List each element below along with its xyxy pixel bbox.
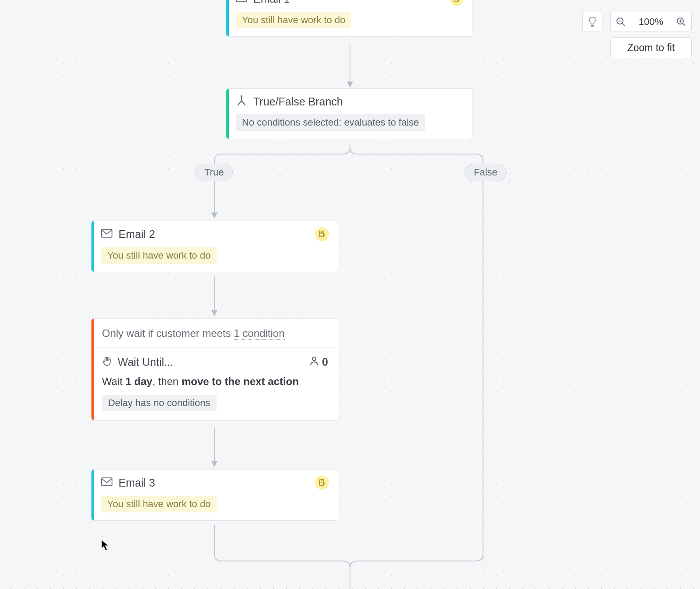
svg-rect-4 xyxy=(236,0,247,2)
zoom-control: 100% xyxy=(610,12,692,32)
note-edit-icon[interactable] xyxy=(315,476,329,490)
svg-line-25 xyxy=(623,24,625,26)
hints-toggle-button[interactable] xyxy=(582,12,602,32)
svg-point-13 xyxy=(312,357,316,361)
wait-desc-bold: 1 day xyxy=(126,375,152,387)
node-title: Email 1 xyxy=(253,0,290,5)
condition-link[interactable]: 1 condition xyxy=(234,327,284,340)
mail-icon xyxy=(101,229,112,239)
branch-label-false[interactable]: False xyxy=(465,164,507,181)
mail-icon xyxy=(236,0,247,4)
node-accent xyxy=(91,221,94,272)
zoom-level-display[interactable]: 100% xyxy=(631,12,671,32)
flow-canvas[interactable]: Email 1 You still have work to do True/F… xyxy=(0,0,700,589)
node-status-tag: Delay has no conditions xyxy=(102,395,217,411)
node-accent xyxy=(226,0,229,36)
svg-rect-14 xyxy=(102,478,112,486)
node-status-tag: No conditions selected: evaluates to fal… xyxy=(236,114,425,131)
wait-people-count: 0 xyxy=(310,356,328,368)
zoom-out-button[interactable] xyxy=(611,12,631,32)
note-edit-icon[interactable] xyxy=(315,227,329,241)
node-status-tag: You still have work to do xyxy=(236,12,351,28)
svg-line-22 xyxy=(589,18,590,18)
node-email-1[interactable]: Email 1 You still have work to do xyxy=(226,0,473,37)
count-value: 0 xyxy=(322,356,328,368)
wait-precondition-text: Only wait if customer meets xyxy=(102,327,234,339)
branch-label-true[interactable]: True xyxy=(195,164,233,181)
node-accent xyxy=(91,319,94,420)
hand-wait-icon xyxy=(102,356,112,368)
node-status-tag: You still have work to do xyxy=(101,496,217,512)
svg-point-8 xyxy=(241,95,242,97)
note-edit-icon[interactable] xyxy=(450,0,464,6)
node-email-3[interactable]: Email 3 You still have work to do xyxy=(91,469,338,521)
zoom-out-icon xyxy=(616,17,626,27)
wait-desc-bold: move to the next action xyxy=(182,375,299,387)
lightbulb-icon xyxy=(588,16,597,28)
wait-description: Wait 1 day, then move to the next action xyxy=(91,371,338,390)
mail-icon xyxy=(101,477,112,488)
branch-icon xyxy=(236,95,247,108)
node-branch[interactable]: True/False Branch No conditions selected… xyxy=(226,88,473,139)
wait-desc-part: , then xyxy=(152,375,182,387)
wait-precondition: Only wait if customer meets 1 condition xyxy=(91,319,338,348)
node-status-tag: You still have work to do xyxy=(101,247,217,264)
svg-line-23 xyxy=(595,18,596,18)
zoom-in-button[interactable] xyxy=(671,12,691,32)
mouse-cursor-icon xyxy=(101,539,110,551)
wait-desc-part: Wait xyxy=(102,375,126,387)
node-wait-until[interactable]: Only wait if customer meets 1 condition … xyxy=(91,318,338,421)
svg-line-28 xyxy=(683,24,686,26)
svg-rect-9 xyxy=(102,229,112,237)
person-icon xyxy=(310,356,318,368)
node-title: Email 2 xyxy=(119,228,155,241)
node-accent xyxy=(91,470,94,520)
node-title: Wait Until... xyxy=(118,356,173,368)
node-email-2[interactable]: Email 2 You still have work to do xyxy=(91,221,338,272)
zoom-in-icon xyxy=(676,17,686,27)
node-title: True/False Branch xyxy=(253,95,343,108)
node-accent xyxy=(226,89,229,139)
zoom-to-fit-button[interactable]: Zoom to fit xyxy=(610,37,692,58)
canvas-controls: 100% Zoom to fit xyxy=(582,12,692,58)
node-title: Email 3 xyxy=(119,477,155,489)
